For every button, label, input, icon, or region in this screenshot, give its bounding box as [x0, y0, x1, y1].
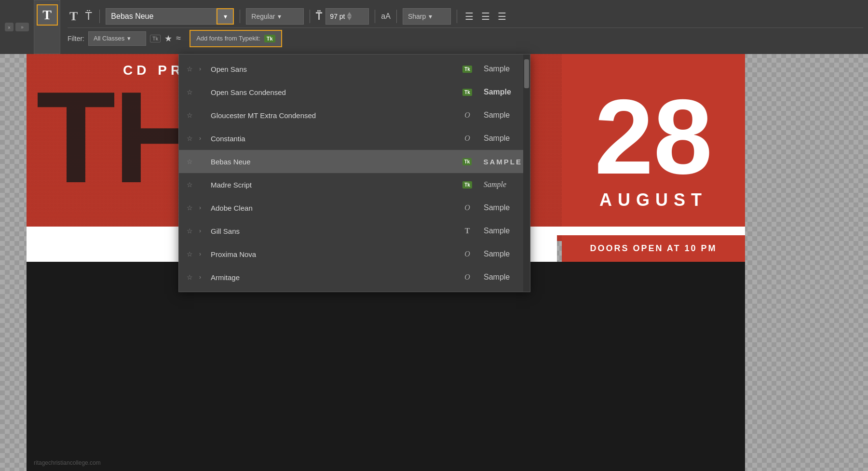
font-star-icon[interactable]: ☆ — [187, 88, 194, 96]
font-list-item[interactable]: ☆›Open SansTkSample — [179, 57, 530, 81]
font-sample-text: Sample — [484, 273, 522, 282]
style-label: Regular — [251, 13, 275, 20]
filter-arrow-icon: ▾ — [127, 35, 131, 42]
chevron-down-icon: ▾ — [224, 13, 227, 20]
add-fonts-typekit-button[interactable]: Add fonts from Typekit: Tk — [190, 30, 282, 47]
font-source-badge: O — [461, 203, 473, 212]
font-star-icon[interactable]: ☆ — [187, 250, 194, 258]
text-tool-vertical-icon[interactable]: T̈ — [83, 8, 94, 25]
font-star-icon[interactable]: ☆ — [187, 65, 194, 73]
align-left-button[interactable]: ☰ — [463, 9, 475, 24]
antialiasing-toggle[interactable]: aA — [381, 12, 391, 21]
font-expand-icon: › — [199, 228, 206, 234]
filter-label: Filter: — [68, 35, 84, 42]
font-list-item[interactable]: ☆Open Sans CondensedTkSample — [179, 81, 530, 104]
font-style-dropdown[interactable]: Regular ▾ — [246, 8, 304, 25]
font-source-badge: Tk — [461, 66, 473, 73]
font-star-icon[interactable]: ☆ — [187, 204, 194, 212]
font-source-badge: Tk — [461, 89, 473, 96]
poster-watermark: ritagechristiancollege.com — [34, 459, 101, 466]
font-star-icon[interactable]: ☆ — [187, 111, 194, 119]
font-item-name: Gill Sans — [211, 227, 457, 235]
font-name-input[interactable] — [106, 8, 217, 25]
font-star-icon[interactable]: ☆ — [187, 273, 194, 281]
font-scrollbar[interactable] — [523, 54, 530, 292]
text-tool-horizontal-icon[interactable]: T — [68, 7, 80, 26]
font-star-icon[interactable]: ☆ — [187, 181, 194, 188]
poster-date-section: 28 AUGUST — [562, 53, 745, 241]
font-list-item[interactable]: ☆›Adobe CleanOSample — [179, 196, 530, 219]
separator-5 — [396, 10, 397, 23]
style-arrow-icon: ▾ — [278, 13, 281, 20]
align-right-button[interactable]: ☰ — [496, 9, 508, 24]
font-name-field: ▾ — [106, 8, 234, 25]
font-item-name: Open Sans Condensed — [211, 88, 457, 96]
font-star-icon[interactable]: ☆ — [187, 135, 194, 142]
font-item-name: Adobe Clean — [211, 204, 457, 212]
font-size-field[interactable]: 97 pt — [326, 8, 369, 25]
font-star-icon[interactable]: ☆ — [187, 227, 194, 235]
separator-3 — [310, 10, 310, 23]
font-item-name: Madre Script — [211, 181, 457, 189]
font-dropdown-button[interactable]: ▾ — [217, 8, 234, 25]
favorites-filter-button[interactable]: ★ — [164, 33, 172, 44]
font-list-item[interactable]: ☆Gloucester MT Extra CondensedOSample — [179, 104, 530, 127]
font-list-item[interactable]: ☆›ArmitageOSample — [179, 266, 530, 289]
font-sample-text: Sample — [484, 88, 522, 96]
font-item-name: Bebas Neue — [211, 158, 456, 166]
sharp-arrow-icon: ▾ — [429, 13, 432, 20]
size-increase-button[interactable] — [347, 12, 352, 16]
font-source-badge: Tk — [461, 158, 473, 165]
font-source-badge: O — [461, 273, 473, 282]
close-icon: × — [8, 25, 11, 30]
text-tool-icon: T — [42, 7, 52, 23]
font-sample-text: Sample — [484, 250, 522, 258]
typekit-filter-badge[interactable]: Tk — [150, 35, 161, 42]
font-list-item[interactable]: ☆›ConstantiaOSample — [179, 127, 530, 150]
expand-icon: » — [21, 25, 24, 30]
font-size-value: 97 pt — [330, 13, 345, 20]
font-expand-icon: › — [199, 204, 206, 211]
font-item-name: Gloucester MT Extra Condensed — [211, 111, 457, 120]
close-button[interactable]: × — [5, 23, 14, 31]
filter-classes-dropdown[interactable]: All Classes ▾ — [88, 31, 146, 46]
toolbar-rows: T T̈ ▾ Regular ▾ T̈ 97 pt — [68, 7, 863, 47]
font-item-name: Armitage — [211, 273, 457, 282]
separator-4 — [375, 10, 375, 23]
font-expand-icon: › — [199, 274, 206, 281]
font-sample-text: Sample — [484, 65, 522, 73]
text-tool-button[interactable]: T — [37, 4, 58, 26]
align-center-button[interactable]: ☰ — [479, 9, 492, 24]
font-expand-icon: › — [199, 66, 206, 72]
font-item-name: Constantia — [211, 135, 457, 143]
poster-doors-text: DOORS OPEN AT 10 PM — [590, 243, 717, 254]
font-sample-text: SAMPLE — [483, 158, 522, 166]
font-list-item[interactable]: ☆Madre ScriptTkSample — [179, 173, 530, 196]
antialiasing-dropdown[interactable]: Sharp ▾ — [403, 8, 451, 25]
font-scrollbar-thumb[interactable] — [524, 59, 529, 88]
poster-doors-bar: DOORS OPEN AT 10 PM — [562, 235, 745, 262]
font-list-item[interactable]: ☆›Gill SansTSample — [179, 219, 530, 242]
font-sample-text: Sample — [484, 180, 522, 189]
font-item-name: Open Sans — [211, 65, 457, 73]
size-decrease-button[interactable] — [347, 16, 352, 20]
filter-value: All Classes — [94, 35, 124, 42]
typekit-bar-label: Add fonts from Typekit: — [196, 35, 260, 42]
window-controls: × » — [5, 23, 29, 31]
expand-button[interactable]: » — [15, 23, 29, 31]
font-list-item[interactable]: ☆Bebas NeueTkSAMPLE — [179, 150, 530, 173]
typekit-badge: Tk — [264, 35, 275, 42]
font-source-badge: O — [461, 134, 473, 143]
size-arrows — [347, 12, 352, 20]
font-expand-icon: › — [199, 135, 206, 142]
font-size-icon: T̈ — [316, 11, 322, 22]
font-item-name: Proxima Nova — [211, 250, 457, 258]
font-star-icon[interactable]: ☆ — [187, 158, 194, 165]
similar-filter-button[interactable]: ≈ — [176, 33, 181, 43]
font-sample-text: Sample — [484, 227, 522, 235]
toolbar-row1: T T̈ ▾ Regular ▾ T̈ 97 pt — [68, 7, 863, 28]
toolbar: × » T T T̈ ▾ Reg — [0, 0, 868, 54]
font-list-item[interactable]: ☆›Proxima NovaOSample — [179, 242, 530, 266]
font-dropdown-panel: ☆›Open SansTkSample☆Open Sans CondensedT… — [178, 54, 530, 292]
separator-6 — [457, 10, 457, 23]
